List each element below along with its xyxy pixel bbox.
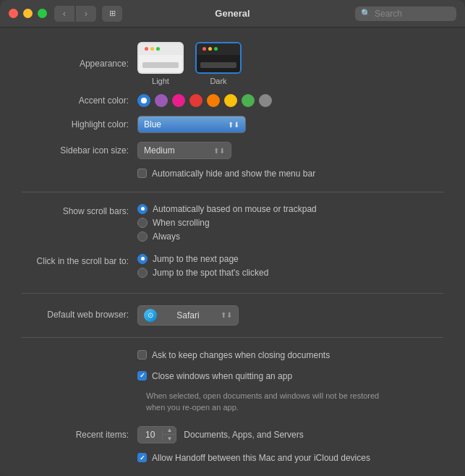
ask-keep-checkbox[interactable] bbox=[137, 350, 147, 360]
menu-bar-section: Automatically hide and show the menu bar bbox=[22, 168, 443, 180]
click-next-row[interactable]: Jump to the next page bbox=[137, 254, 268, 264]
menu-bar-checkbox[interactable] bbox=[137, 169, 147, 178]
maximize-button[interactable] bbox=[38, 9, 47, 18]
handoff-section: Allow Handoff between this Mac and your … bbox=[22, 452, 443, 464]
stepper-down[interactable]: ▼ bbox=[163, 435, 176, 443]
dark-thumb bbox=[195, 42, 242, 74]
dark-label: Dark bbox=[210, 77, 226, 85]
close-windows-checkbox[interactable] bbox=[137, 371, 147, 381]
dot-red bbox=[145, 47, 148, 51]
dot-yellow bbox=[150, 47, 154, 51]
close-windows-row: Close windows when quitting an app bbox=[22, 370, 443, 383]
light-label: Light bbox=[152, 77, 169, 85]
accent-color-label: Accent color: bbox=[22, 95, 137, 107]
recent-items-stepper[interactable]: 10 ▲ ▼ bbox=[137, 426, 176, 443]
scroll-when-label: When scrolling bbox=[153, 218, 210, 228]
appearance-light[interactable]: Light bbox=[137, 42, 184, 85]
browser-dropdown[interactable]: ⊙ Safari ⬆⬇ bbox=[137, 305, 239, 326]
scroll-always-row[interactable]: Always bbox=[137, 231, 317, 242]
dark-thumb-inner bbox=[197, 43, 240, 72]
search-box[interactable]: 🔍 bbox=[355, 7, 456, 21]
recent-items-suffix: Documents, Apps, and Servers bbox=[184, 429, 303, 441]
highlight-color-label: Highlight color: bbox=[22, 119, 137, 131]
browser-label: Default web browser: bbox=[22, 309, 137, 321]
sidebar-icon-label: Sidebar icon size: bbox=[22, 145, 137, 157]
accent-pink[interactable] bbox=[172, 94, 185, 107]
scroll-auto-row[interactable]: Automatically based on mouse or trackpad bbox=[137, 204, 317, 214]
divider-1 bbox=[22, 192, 443, 192]
click-spot-row[interactable]: Jump to the spot that's clicked bbox=[137, 268, 268, 278]
handoff-row[interactable]: Allow Handoff between this Mac and your … bbox=[137, 452, 370, 464]
accent-yellow[interactable] bbox=[224, 94, 237, 107]
scroll-bars-section: Show scroll bars: Automatically based on… bbox=[22, 204, 443, 245]
click-scroll-options: Jump to the next page Jump to the spot t… bbox=[137, 254, 268, 281]
search-input[interactable] bbox=[375, 9, 451, 19]
minimize-button[interactable] bbox=[23, 9, 33, 18]
accent-color-section: Accent color: bbox=[22, 94, 443, 107]
content: Appearance: Light bbox=[0, 27, 465, 476]
light-thumb-dots bbox=[145, 47, 160, 51]
accent-red[interactable] bbox=[189, 94, 202, 107]
dark-dot-green bbox=[214, 47, 218, 51]
light-thumb-menu bbox=[142, 62, 179, 68]
appearance-dark[interactable]: Dark bbox=[195, 42, 242, 85]
scroll-bars-label: Show scroll bars: bbox=[22, 204, 137, 218]
window: ‹ › ⊞ General 🔍 Appearance: bbox=[0, 0, 465, 476]
back-button[interactable]: ‹ bbox=[54, 6, 74, 22]
click-next-label: Jump to the next page bbox=[153, 254, 239, 264]
dark-dot-red bbox=[202, 47, 206, 51]
divider-2 bbox=[22, 293, 443, 294]
divider-3 bbox=[22, 337, 443, 338]
handoff-label: Allow Handoff between this Mac and your … bbox=[152, 452, 370, 464]
accent-green[interactable] bbox=[242, 94, 255, 107]
menu-bar-checkbox-row[interactable]: Automatically hide and show the menu bar bbox=[137, 168, 315, 180]
appearance-label: Appearance: bbox=[22, 58, 137, 70]
forward-button[interactable]: › bbox=[76, 6, 96, 22]
browser-arrow: ⬆⬇ bbox=[221, 311, 232, 319]
accent-blue[interactable] bbox=[137, 94, 150, 107]
sidebar-icon-section: Sidebar icon size: Medium ⬆⬇ bbox=[22, 142, 443, 159]
scroll-always-radio[interactable] bbox=[137, 231, 148, 242]
light-thumb bbox=[137, 42, 184, 74]
recent-items-controls: 10 ▲ ▼ Documents, Apps, and Servers bbox=[137, 426, 304, 443]
safari-icon: ⊙ bbox=[144, 309, 157, 322]
close-windows-label: Close windows when quitting an app bbox=[152, 370, 292, 383]
click-scroll-section: Click in the scroll bar to: Jump to the … bbox=[22, 254, 443, 281]
ask-keep-label: Ask to keep changes when closing documen… bbox=[152, 349, 330, 362]
handoff-checkbox[interactable] bbox=[137, 453, 147, 462]
close-windows-section: Close windows when quitting an app When … bbox=[22, 370, 443, 414]
appearance-options: Light Dark bbox=[137, 42, 242, 85]
highlight-color-arrow: ⬆⬇ bbox=[228, 121, 239, 129]
close-windows-checkbox-row[interactable]: Close windows when quitting an app bbox=[137, 370, 292, 383]
grid-button[interactable]: ⊞ bbox=[102, 6, 122, 22]
accent-graphite[interactable] bbox=[259, 94, 272, 107]
close-button[interactable] bbox=[9, 9, 18, 18]
stepper-buttons: ▲ ▼ bbox=[163, 426, 176, 443]
ask-keep-row[interactable]: Ask to keep changes when closing documen… bbox=[137, 349, 330, 362]
light-thumb-inner bbox=[139, 43, 182, 72]
accent-colors bbox=[137, 94, 272, 107]
window-title: General bbox=[215, 8, 249, 19]
highlight-color-dropdown[interactable]: Blue ⬆⬇ bbox=[137, 116, 246, 133]
scroll-always-label: Always bbox=[153, 231, 180, 242]
titlebar: ‹ › ⊞ General 🔍 bbox=[0, 0, 465, 27]
click-next-radio[interactable] bbox=[137, 254, 148, 264]
click-scroll-label: Click in the scroll bar to: bbox=[22, 254, 137, 268]
scroll-when-radio[interactable] bbox=[137, 218, 148, 228]
menu-bar-label: Automatically hide and show the menu bar bbox=[152, 168, 315, 180]
sidebar-icon-arrow: ⬆⬇ bbox=[213, 147, 225, 155]
accent-purple[interactable] bbox=[155, 94, 168, 107]
scroll-auto-radio[interactable] bbox=[137, 204, 148, 214]
sidebar-icon-dropdown[interactable]: Medium ⬆⬇ bbox=[137, 142, 231, 159]
sidebar-icon-value: Medium bbox=[144, 145, 175, 156]
click-spot-radio[interactable] bbox=[137, 268, 148, 278]
scroll-when-row[interactable]: When scrolling bbox=[137, 218, 317, 228]
stepper-up[interactable]: ▲ bbox=[163, 426, 176, 435]
appearance-section: Appearance: Light bbox=[22, 42, 443, 85]
scroll-auto-label: Automatically based on mouse or trackpad bbox=[153, 204, 317, 214]
accent-orange[interactable] bbox=[207, 94, 220, 107]
ask-keep-section: Ask to keep changes when closing documen… bbox=[22, 349, 443, 362]
dark-thumb-dots bbox=[202, 47, 218, 51]
highlight-color-value: Blue bbox=[144, 119, 161, 129]
dot-green bbox=[156, 47, 160, 51]
